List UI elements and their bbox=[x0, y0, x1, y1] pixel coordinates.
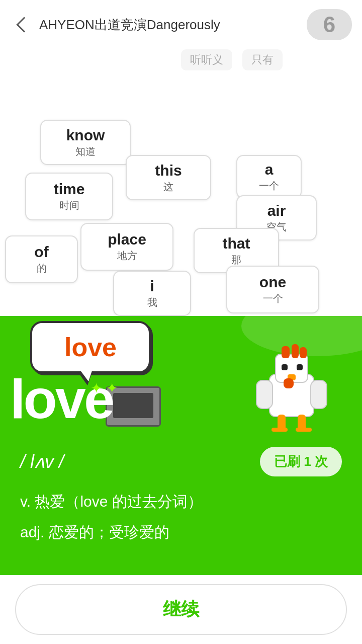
cards-area: 听听义 只有 know知道this这a一个air空气time时间place地方t… bbox=[0, 49, 362, 316]
svg-rect-10 bbox=[311, 380, 327, 409]
header-title: AHYEON出道竞演Dangerously bbox=[39, 16, 307, 34]
hint-card-1: 听听义 bbox=[181, 49, 232, 70]
word-zh: 这 bbox=[163, 180, 173, 194]
svg-rect-14 bbox=[296, 428, 312, 432]
word-zh: 那 bbox=[231, 253, 241, 267]
word-zh: 时间 bbox=[59, 199, 79, 212]
score-number: 6 bbox=[323, 12, 335, 37]
word-en: that bbox=[223, 235, 250, 252]
svg-rect-2 bbox=[282, 346, 290, 358]
word-card[interactable]: time时间 bbox=[25, 173, 113, 220]
word-zh: 地方 bbox=[117, 249, 137, 263]
pixel-area: love love bbox=[0, 316, 362, 432]
word-en: time bbox=[54, 181, 85, 198]
back-button[interactable] bbox=[10, 13, 34, 37]
word-info: / lʌv / 已刷 1 次 v. 热爱（love 的过去分词） adj. 恋爱… bbox=[0, 432, 362, 560]
hint-card-2: 只有 bbox=[242, 49, 283, 70]
continue-button[interactable]: 继续 bbox=[15, 584, 347, 635]
word-zh: 一个 bbox=[263, 292, 283, 305]
word-card[interactable]: know知道 bbox=[40, 120, 131, 165]
pixel-box-screen bbox=[113, 393, 153, 418]
word-en: of bbox=[34, 244, 48, 261]
word-zh: 我 bbox=[147, 296, 157, 309]
definition-1: v. 热爱（love 的过去分词） bbox=[20, 489, 342, 514]
word-card[interactable]: i我 bbox=[113, 271, 191, 316]
word-en: this bbox=[155, 162, 182, 179]
speech-bubble: love bbox=[30, 321, 151, 373]
word-en: place bbox=[108, 231, 146, 248]
svg-rect-3 bbox=[292, 344, 299, 358]
speech-word: love bbox=[64, 333, 117, 362]
header: AHYEON出道竞演Dangerously 6 bbox=[0, 0, 362, 49]
word-en: know bbox=[66, 127, 105, 144]
word-zh: 一个 bbox=[259, 179, 279, 193]
chicken-area bbox=[251, 336, 332, 432]
word-card[interactable]: of的 bbox=[5, 235, 78, 283]
phonetic-text: / lʌv / bbox=[20, 451, 64, 472]
definition-2: adj. 恋爱的；受珍爱的 bbox=[20, 519, 342, 545]
phonetic-row: / lʌv / 已刷 1 次 bbox=[20, 447, 342, 476]
word-card[interactable]: place地方 bbox=[80, 223, 173, 271]
word-zh: 的 bbox=[37, 262, 47, 275]
svg-rect-6 bbox=[297, 364, 303, 370]
sparkle-decoration: ✦ ✦ bbox=[90, 380, 118, 396]
svg-rect-5 bbox=[282, 364, 288, 370]
word-card[interactable]: one一个 bbox=[226, 266, 319, 313]
svg-rect-4 bbox=[300, 347, 307, 358]
word-card[interactable]: a一个 bbox=[236, 155, 302, 199]
word-en: air bbox=[267, 202, 286, 219]
review-button[interactable]: 已刷 1 次 bbox=[260, 447, 342, 476]
word-zh: 知道 bbox=[75, 145, 96, 158]
svg-rect-9 bbox=[256, 380, 273, 409]
svg-rect-8 bbox=[284, 378, 294, 388]
word-en: i bbox=[150, 278, 154, 295]
continue-bar: 继续 bbox=[0, 575, 362, 644]
word-en: a bbox=[265, 161, 274, 178]
back-icon bbox=[16, 17, 32, 32]
word-en: one bbox=[259, 274, 286, 291]
word-card[interactable]: this这 bbox=[126, 155, 211, 200]
svg-rect-13 bbox=[272, 428, 288, 432]
chicken-icon bbox=[251, 336, 332, 432]
score-badge: 6 bbox=[307, 9, 352, 40]
